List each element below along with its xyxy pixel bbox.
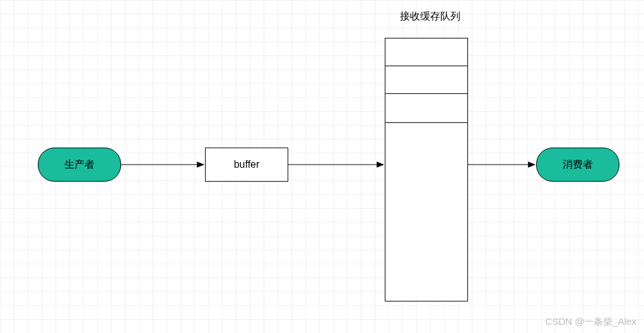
buffer-label: buffer xyxy=(234,159,260,170)
consumer-node: 消费者 xyxy=(536,148,619,182)
queue-segment xyxy=(385,94,467,123)
watermark-text: CSDN @一条柴_Alex xyxy=(546,316,636,328)
queue-segment xyxy=(385,123,467,162)
queue-segment xyxy=(385,38,467,66)
queue-node xyxy=(385,38,468,301)
buffer-node: buffer xyxy=(205,148,288,182)
producer-node: 生产者 xyxy=(38,148,121,182)
queue-segment xyxy=(385,66,467,94)
producer-label: 生产者 xyxy=(64,158,95,172)
queue-title: 接收缓存队列 xyxy=(400,10,460,23)
consumer-label: 消费者 xyxy=(563,158,593,172)
